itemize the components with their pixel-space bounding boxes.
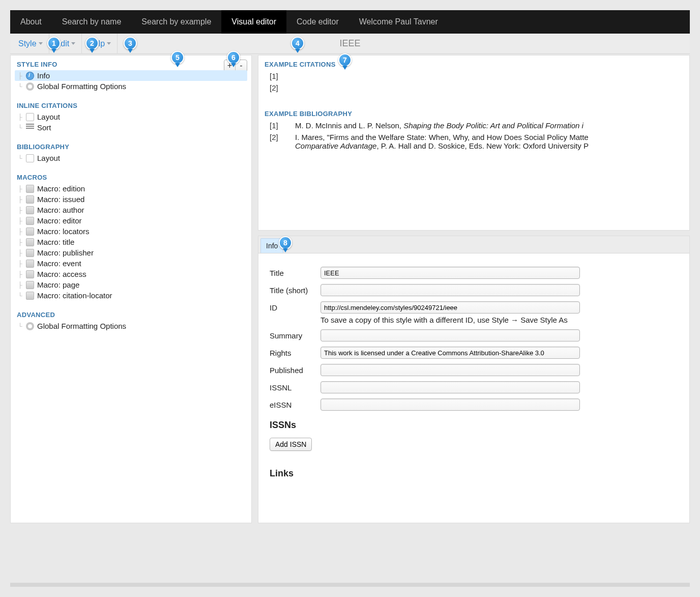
tree-head-inline-citations: INLINE CITATIONS: [11, 97, 251, 111]
tree-item-inline-sort[interactable]: └Sort: [15, 122, 247, 133]
label-published: Published: [270, 366, 315, 375]
menu-style[interactable]: Style: [12, 34, 49, 54]
box-icon: [26, 206, 34, 214]
tree-item-macro[interactable]: ├Macro: title: [15, 237, 247, 247]
tree-item-macro[interactable]: ├Macro: access: [15, 269, 247, 279]
box-icon: [26, 249, 34, 257]
box-icon: [26, 281, 34, 289]
callout-3: 3: [124, 37, 137, 50]
tree-head-style-info: STYLE INFO: [11, 55, 251, 70]
input-issnl[interactable]: [320, 381, 580, 393]
workspace: + - STYLE INFO ├Info └Global Formatting …: [10, 55, 690, 523]
tree-head-advanced: ADVANCED: [11, 306, 251, 321]
label-summary: Summary: [270, 331, 315, 340]
tree-item-info[interactable]: ├Info: [15, 70, 247, 81]
tree-item-macro[interactable]: ├Macro: page: [15, 279, 247, 290]
nav-about[interactable]: About: [10, 10, 52, 34]
info-tabbar: Info: [258, 236, 689, 253]
input-published[interactable]: [320, 364, 580, 376]
chevron-down-icon: [71, 42, 75, 45]
tree-item-macro[interactable]: └Macro: citation-locator: [15, 290, 247, 301]
gear-icon: [26, 82, 34, 91]
callout-6: 6: [227, 51, 240, 64]
page-icon: [26, 113, 34, 121]
nav-welcome-user[interactable]: Welcome Paul Tavner: [349, 10, 448, 34]
example-citation-2: [2]: [258, 82, 689, 94]
tree-item-macro[interactable]: ├Macro: publisher: [15, 247, 247, 258]
example-citations-head: EXAMPLE CITATIONS: [258, 55, 689, 70]
example-biblio-head: EXAMPLE BIBLIOGRAPHY: [258, 105, 689, 120]
biblio-entry-2: [2] I. Mares, "Firms and the Welfare Sta…: [258, 131, 689, 152]
callout-8: 8: [279, 236, 292, 249]
tree-item-macro[interactable]: ├Macro: issued: [15, 194, 247, 205]
callout-7: 7: [338, 53, 352, 67]
input-title-short[interactable]: [320, 284, 580, 296]
box-icon: [26, 185, 34, 193]
tree-item-biblio-layout[interactable]: └Layout: [15, 153, 247, 163]
add-issn-button[interactable]: Add ISSN: [270, 438, 312, 451]
gear-icon: [26, 322, 34, 330]
box-icon: [26, 195, 34, 204]
nav-code-editor[interactable]: Code editor: [286, 10, 349, 34]
example-citation-1: [1]: [258, 70, 689, 82]
info-form: Title Title (short) ID To save a copy of…: [258, 253, 689, 499]
id-hint: To save a copy of this style with a diff…: [270, 316, 678, 324]
examples-panel: EXAMPLE CITATIONS [1] [2] EXAMPLE BIBLIO…: [258, 55, 690, 231]
chevron-down-icon: [39, 42, 43, 45]
label-rights: Rights: [270, 349, 315, 357]
tree-item-macro[interactable]: ├Macro: event: [15, 258, 247, 269]
input-rights[interactable]: [320, 347, 580, 359]
label-eissn: eISSN: [270, 401, 315, 409]
input-title[interactable]: [320, 267, 580, 279]
right-column: EXAMPLE CITATIONS [1] [2] EXAMPLE BIBLIO…: [258, 55, 690, 523]
box-icon: [26, 270, 34, 278]
style-title: IEEE: [339, 38, 360, 49]
tree-head-macros: MACROS: [11, 168, 251, 183]
biblio-entry-1: [1] M. D. McInnis and L. P. Nelson, Shap…: [258, 120, 689, 131]
input-summary[interactable]: [320, 329, 580, 342]
tree-item-macro[interactable]: ├Macro: author: [15, 205, 247, 215]
nav-search-by-example[interactable]: Search by example: [131, 10, 221, 34]
box-icon: [26, 217, 34, 225]
toolbar: Style Edit Help IEEE: [10, 34, 690, 54]
nav-visual-editor[interactable]: Visual editor: [221, 10, 286, 34]
callout-4: 4: [291, 37, 304, 50]
callout-2: 2: [85, 37, 99, 50]
info-icon: [26, 72, 34, 80]
tree-item-macro[interactable]: ├Macro: edition: [15, 183, 247, 194]
footer-bar: [10, 583, 690, 587]
input-eissn[interactable]: [320, 399, 580, 411]
box-icon: [26, 238, 34, 246]
label-id: ID: [270, 303, 315, 312]
tree-item-global-formatting[interactable]: └Global Formatting Options: [15, 81, 247, 92]
box-icon: [26, 260, 34, 268]
tree-item-macro[interactable]: ├Macro: editor: [15, 215, 247, 226]
tree-head-bibliography: BIBLIOGRAPHY: [11, 138, 251, 153]
label-issnl: ISSNL: [270, 383, 315, 392]
tree-item-macro[interactable]: ├Macro: locators: [15, 226, 247, 237]
nav-search-by-name[interactable]: Search by name: [52, 10, 132, 34]
info-panel: Info Title Title (short) ID To save a co…: [258, 236, 690, 523]
tree-item-inline-layout[interactable]: ├Layout: [15, 111, 247, 122]
links-heading: Links: [270, 468, 678, 479]
tree-panel: + - STYLE INFO ├Info └Global Formatting …: [10, 55, 252, 523]
box-icon: [26, 228, 34, 236]
sort-icon: [26, 124, 34, 132]
issns-heading: ISSNs: [270, 420, 678, 431]
label-title: Title: [270, 269, 315, 277]
input-id[interactable]: [320, 301, 580, 314]
callout-5: 5: [171, 51, 184, 64]
top-nav: About Search by name Search by example V…: [10, 10, 690, 34]
callout-1: 1: [47, 37, 61, 50]
page-icon: [26, 154, 34, 162]
box-icon: [26, 292, 34, 300]
menu-style-label: Style: [18, 39, 37, 48]
label-title-short: Title (short): [270, 286, 315, 295]
chevron-down-icon: [107, 42, 111, 45]
tree-item-advanced-global-formatting[interactable]: └Global Formatting Options: [15, 321, 247, 331]
